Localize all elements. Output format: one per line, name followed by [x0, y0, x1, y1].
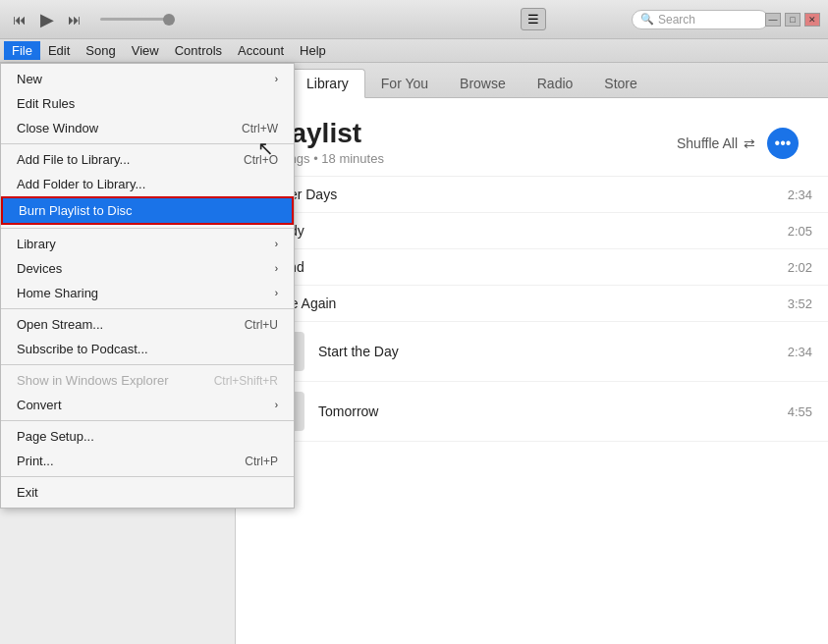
more-options-button[interactable]: •••: [767, 128, 799, 159]
arrow-right-devices-icon: ›: [275, 263, 278, 274]
tab-for-you[interactable]: For You: [365, 70, 444, 97]
maximize-button[interactable]: □: [785, 13, 800, 27]
song-name-once-again: Once Again: [265, 295, 788, 311]
separator-3: [1, 308, 294, 309]
transport-controls: ⏮ ▶ ⏭: [8, 7, 169, 32]
dropdown-item-library[interactable]: Library ›: [1, 232, 294, 256]
dropdown-item-convert[interactable]: Convert ›: [1, 393, 294, 417]
arrow-right-library-icon: ›: [275, 239, 278, 249]
search-icon: 🔍: [640, 13, 654, 26]
volume-track: [100, 18, 169, 21]
song-duration-tomorrow: 4:55: [788, 404, 812, 419]
menu-item-controls[interactable]: Controls: [167, 41, 230, 60]
menu-item-file[interactable]: File: [4, 41, 40, 60]
window-controls: — □ ✕: [765, 13, 820, 27]
shortcut-show-explorer: Ctrl+Shift+R: [214, 374, 278, 388]
shuffle-all-button[interactable]: Shuffle All ⇄: [677, 135, 755, 151]
song-name-better-days: Better Days: [265, 187, 788, 202]
arrow-right-convert-icon: ›: [275, 400, 278, 410]
separator-5: [1, 420, 294, 421]
playlist-actions: Shuffle All ⇄ •••: [677, 128, 799, 159]
arrow-right-icon: ›: [275, 74, 278, 84]
separator-6: [1, 476, 294, 477]
dropdown-item-new[interactable]: New ›: [1, 67, 294, 91]
tab-browse[interactable]: Browse: [444, 70, 522, 97]
close-button[interactable]: ✕: [804, 13, 820, 27]
dropdown-item-add-folder[interactable]: Add Folder to Library...: [1, 172, 294, 196]
menu-bar: File Edit Song View Controls Account Hel…: [0, 39, 828, 63]
song-duration-start-the-day: 2:34: [788, 345, 812, 359]
shuffle-label: Shuffle All: [677, 135, 738, 151]
play-button[interactable]: ▶: [35, 7, 59, 32]
fast-forward-button[interactable]: ⏭: [63, 10, 86, 29]
dropdown-item-print[interactable]: Print... Ctrl+P: [1, 449, 294, 473]
tab-library[interactable]: Library: [290, 69, 365, 98]
song-duration-once-again: 3:52: [788, 296, 812, 311]
dropdown-item-burn-playlist[interactable]: Burn Playlist to Disc: [1, 196, 294, 225]
song-name-tomorrow: Tomorrow: [318, 403, 788, 419]
song-name-friend: Friend: [265, 259, 788, 275]
song-list: Better Days 2:34 Buddy 2:05 Friend 2:02 …: [236, 177, 828, 442]
file-dropdown-menu: New › Edit Rules Close Window Ctrl+W Add…: [0, 63, 295, 509]
menu-item-song[interactable]: Song: [78, 41, 123, 60]
shortcut-add-file: Ctrl+O: [244, 153, 278, 167]
song-name-start-the-day: Start the Day: [318, 344, 788, 359]
tab-store[interactable]: Store: [588, 70, 652, 97]
dropdown-item-home-sharing[interactable]: Home Sharing ›: [1, 281, 294, 305]
dropdown-item-close-window[interactable]: Close Window Ctrl+W: [1, 116, 294, 140]
dropdown-item-subscribe-podcast[interactable]: Subscribe to Podcast...: [1, 337, 294, 361]
volume-thumb: [163, 14, 175, 26]
shortcut-close-window: Ctrl+W: [242, 122, 278, 135]
separator-2: [1, 228, 294, 229]
volume-slider[interactable]: [100, 18, 169, 21]
search-placeholder-text: Search: [658, 13, 695, 27]
menu-item-view[interactable]: View: [124, 41, 167, 60]
list-view-button[interactable]: ☰: [521, 8, 546, 30]
tab-radio[interactable]: Radio: [522, 70, 589, 97]
dropdown-item-open-stream[interactable]: Open Stream... Ctrl+U: [1, 312, 294, 337]
playlist-header: Playlist 6 songs • 18 minutes Shuffle Al…: [236, 98, 828, 177]
song-duration-friend: 2:02: [788, 260, 812, 275]
separator-4: [1, 364, 294, 365]
shortcut-print: Ctrl+P: [245, 455, 278, 468]
minimize-button[interactable]: —: [765, 13, 781, 27]
arrow-right-home-sharing-icon: ›: [275, 288, 278, 298]
song-duration-better-days: 2:34: [788, 188, 812, 202]
dropdown-item-show-explorer: Show in Windows Explorer Ctrl+Shift+R: [1, 368, 294, 393]
song-row-friend[interactable]: Friend 2:02: [236, 249, 828, 286]
song-row-better-days[interactable]: Better Days 2:34: [236, 177, 828, 213]
separator-1: [1, 143, 294, 144]
song-row-start-the-day[interactable]: ♪ Start the Day 2:34: [236, 322, 828, 382]
shortcut-open-stream: Ctrl+U: [245, 318, 278, 332]
song-name-buddy: Buddy: [265, 223, 788, 239]
song-duration-buddy: 2:05: [788, 224, 812, 239]
menu-item-help[interactable]: Help: [292, 41, 334, 60]
dropdown-item-devices[interactable]: Devices ›: [1, 256, 294, 281]
dropdown-item-exit[interactable]: Exit: [1, 480, 294, 505]
dropdown-item-page-setup[interactable]: Page Setup...: [1, 424, 294, 449]
playlist-area: Playlist 6 songs • 18 minutes Shuffle Al…: [236, 98, 828, 644]
song-row-once-again[interactable]: Once Again 3:52: [236, 286, 828, 322]
menu-item-edit[interactable]: Edit: [40, 41, 78, 60]
dropdown-item-add-file[interactable]: Add File to Library... Ctrl+O: [1, 147, 294, 172]
song-row-buddy[interactable]: Buddy 2:05: [236, 213, 828, 249]
menu-item-account[interactable]: Account: [230, 41, 292, 60]
dropdown-item-edit-rules[interactable]: Edit Rules: [1, 91, 294, 116]
title-bar: ⏮ ▶ ⏭ 🔍 Search — □ ✕ ☰: [0, 0, 828, 39]
song-row-tomorrow[interactable]: ♪ Tomorrow 4:55: [236, 382, 828, 442]
rewind-button[interactable]: ⏮: [8, 10, 31, 29]
search-box[interactable]: 🔍 Search: [632, 10, 769, 29]
shuffle-icon: ⇄: [744, 135, 755, 151]
